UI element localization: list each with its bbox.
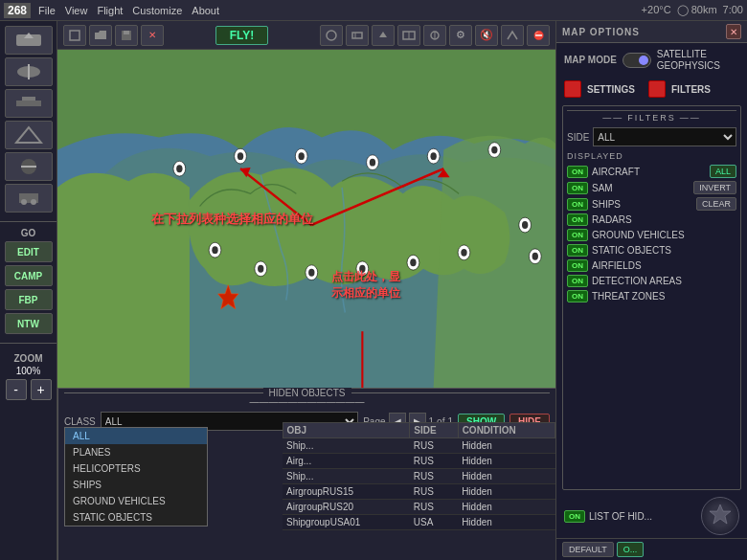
col-side: SIDE — [410, 423, 458, 438]
tb-btn-14[interactable]: ⛔ — [527, 25, 550, 46]
unit-btn-2[interactable] — [5, 57, 53, 86]
dropdown-option-planes[interactable]: PLANES — [65, 444, 207, 460]
settings-filters-row: SETTINGS FILTERS — [556, 77, 747, 101]
svg-point-28 — [299, 152, 305, 160]
svg-point-40 — [308, 269, 314, 277]
svg-point-34 — [491, 146, 497, 154]
ships-on-badge[interactable]: ON — [567, 198, 588, 211]
airfields-filter-label: AIRFIELDS — [592, 260, 736, 271]
aircraft-on-badge[interactable]: ON — [567, 166, 588, 178]
dropdown-option-all[interactable]: ALL — [65, 428, 207, 444]
svg-marker-57 — [710, 504, 731, 524]
left-sidebar: GO EDIT CAMP FBP NTW ZOOM 100% - + — [0, 21, 57, 560]
static-filter-label: STATIC OBJECTS — [592, 245, 736, 256]
table-row[interactable]: AirgroupRUS20 RUS Hidden — [283, 500, 555, 515]
menu-customize[interactable]: Customize — [132, 5, 182, 16]
unit-btn-1[interactable] — [5, 26, 53, 55]
table-row[interactable]: AirgroupRUS15 RUS Hidden — [283, 484, 555, 500]
unit-btn-5[interactable] — [5, 152, 53, 181]
sam-invert-btn[interactable]: INVERT — [693, 181, 736, 194]
menu-about[interactable]: About — [192, 5, 219, 16]
zoom-plus-button[interactable]: + — [31, 379, 52, 400]
tb-btn-10[interactable] — [423, 25, 446, 46]
menu-flight[interactable]: Flight — [97, 5, 123, 16]
edit-button[interactable]: EDIT — [5, 241, 53, 262]
tb-folder-btn[interactable] — [89, 25, 112, 46]
map-mode-options: SATELLITE GEOPHYSICS — [657, 49, 720, 71]
svg-point-46 — [461, 249, 466, 257]
dropdown-option-helicopters[interactable]: HELICOPTERS — [65, 460, 207, 477]
hidden-objects-panel: ——————HIDEN OBJECTS—————— CLASS ALL Page… — [57, 388, 555, 560]
svg-point-50 — [532, 253, 538, 260]
toggle-knob — [639, 56, 648, 65]
tb-close-btn[interactable]: ✕ — [141, 25, 164, 46]
map-mode-toggle[interactable] — [622, 53, 651, 68]
filter-row-radars: ON RADARS — [567, 213, 736, 226]
camp-button[interactable]: CAMP — [5, 265, 53, 286]
side-select[interactable]: ALL — [593, 127, 736, 146]
tb-btn-12[interactable]: 🔇 — [475, 25, 498, 46]
list-hidden-badge[interactable]: ON — [564, 510, 585, 523]
table-row[interactable]: ShipgroupUSA01 USA Hidden — [283, 515, 555, 530]
settings-label[interactable]: SETTINGS — [587, 84, 635, 95]
tb-btn-6[interactable] — [320, 25, 343, 46]
time: 7:00 — [723, 4, 743, 16]
fbp-button[interactable]: FBP — [5, 289, 53, 310]
tb-btn-9[interactable] — [397, 25, 420, 46]
sidebar-divider-2 — [0, 343, 57, 344]
unit-btn-6[interactable] — [5, 184, 53, 213]
default-button[interactable]: DEFAULT — [562, 542, 614, 557]
filters-label[interactable]: FILTERS — [671, 84, 711, 95]
filter-row-detection: ON DETECTION AREAS — [567, 275, 736, 287]
svg-point-11 — [31, 199, 36, 205]
sam-filter-label: SAM — [592, 183, 690, 193]
table-row[interactable]: Ship... RUS Hidden — [283, 469, 555, 484]
bottom-btns-row: DEFAULT O... — [556, 538, 747, 560]
radars-on-badge[interactable]: ON — [567, 213, 588, 226]
table-row[interactable]: Airg... RUS Hidden — [283, 454, 555, 469]
ships-clear-btn[interactable]: CLEAR — [696, 197, 736, 211]
map-area[interactable]: 在下拉列表种选择相应的单位 点击此处，显 示相应的单位 — [57, 50, 555, 388]
dropdown-option-static[interactable]: STATIC OBJECTS — [65, 509, 207, 526]
right-panel: MAP OPTIONS ✕ MAP MODE SATELLITE GEOPHYS… — [555, 21, 747, 560]
menu-view[interactable]: View — [65, 5, 88, 16]
toolbar: ✕ FLY! ⚙ 🔇 ⛔ — [57, 21, 555, 50]
detection-filter-label: DETECTION AREAS — [592, 276, 736, 286]
dropdown-option-ships[interactable]: SHIPS — [65, 477, 207, 493]
airfields-on-badge[interactable]: ON — [567, 259, 588, 272]
ground-on-badge[interactable]: ON — [567, 229, 588, 241]
filters-indicator[interactable] — [648, 80, 666, 98]
tb-btn-11[interactable]: ⚙ — [449, 25, 472, 46]
menu-file[interactable]: File — [38, 5, 56, 16]
zoom-minus-button[interactable]: - — [6, 379, 27, 400]
tb-btn-8[interactable] — [372, 25, 395, 46]
map-mode-row: MAP MODE SATELLITE GEOPHYSICS — [556, 43, 747, 77]
unit-btn-4[interactable] — [5, 121, 53, 149]
class-dropdown[interactable]: ALL PLANES HELICOPTERS SHIPS GROUND VEHI… — [64, 427, 208, 526]
center-content: ✕ FLY! ⚙ 🔇 ⛔ — [57, 21, 555, 560]
detection-on-badge[interactable]: ON — [567, 275, 588, 287]
ground-filter-label: GROUND VEHICLES — [592, 230, 736, 240]
sam-on-badge[interactable]: ON — [567, 182, 588, 194]
static-on-badge[interactable]: ON — [567, 244, 588, 257]
ok-button[interactable]: O... — [617, 542, 645, 557]
svg-point-26 — [238, 152, 243, 160]
fly-button[interactable]: FLY! — [215, 26, 269, 45]
tb-save-btn[interactable] — [115, 25, 138, 46]
aircraft-all-btn[interactable]: ALL — [710, 165, 736, 178]
table-row[interactable]: Ship... RUS Hidden — [283, 438, 555, 454]
threat-on-badge[interactable]: ON — [567, 290, 588, 302]
tb-btn-7[interactable] — [346, 25, 369, 46]
geophysics-option: GEOPHYSICS — [657, 60, 720, 71]
map-options-close-btn[interactable]: ✕ — [726, 24, 741, 39]
settings-indicator[interactable] — [564, 80, 581, 98]
col-condition: CONDITION — [458, 423, 555, 438]
unit-btn-3[interactable] — [5, 89, 53, 118]
dropdown-option-ground[interactable]: GROUND VEHICLES — [65, 493, 207, 509]
tb-btn-13[interactable] — [501, 25, 524, 46]
sidebar-divider-1 — [0, 221, 57, 222]
temperature: +20°C — [642, 4, 671, 16]
svg-rect-16 — [352, 33, 362, 38]
ntw-button[interactable]: NTW — [5, 313, 53, 334]
tb-open-btn[interactable] — [63, 25, 86, 46]
